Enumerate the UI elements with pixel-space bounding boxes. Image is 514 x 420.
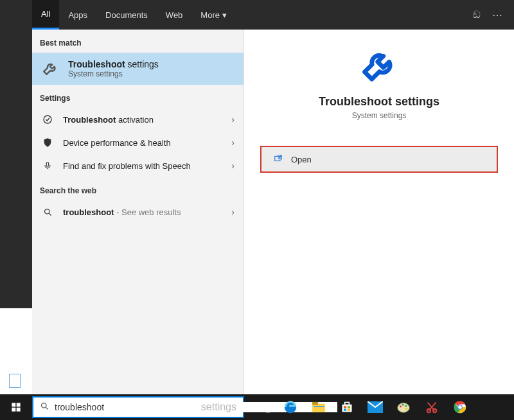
open-button[interactable]: Open bbox=[260, 146, 498, 173]
store-icon[interactable] bbox=[333, 394, 361, 420]
search-icon bbox=[41, 207, 54, 217]
feedback-icon[interactable]: ඞ bbox=[473, 9, 481, 21]
task-view-icon[interactable]: ▭▯ bbox=[248, 394, 276, 420]
edge-icon[interactable] bbox=[276, 394, 305, 420]
taskbar-pinned: ▭▯ bbox=[248, 394, 474, 420]
start-button[interactable] bbox=[0, 394, 32, 420]
settings-item-label: Troubleshoot activation bbox=[63, 115, 154, 125]
wrench-icon bbox=[41, 60, 59, 78]
tab-more-label: More bbox=[200, 10, 220, 20]
svg-rect-1 bbox=[46, 162, 49, 166]
svg-point-8 bbox=[42, 403, 47, 408]
best-match-result[interactable]: Troubleshoot settings System settings bbox=[32, 53, 244, 85]
taskbar-search[interactable]: settings bbox=[32, 396, 244, 418]
settings-item-label: Find and fix problems with Speech bbox=[63, 161, 191, 171]
chevron-right-icon bbox=[231, 137, 235, 148]
detail-title: Troubleshoot settings bbox=[319, 95, 439, 109]
search-results-panel: Best match Troubleshoot settings System … bbox=[32, 30, 244, 394]
check-circle-icon bbox=[41, 114, 54, 125]
section-settings: Settings bbox=[32, 85, 244, 108]
best-match-title: Troubleshoot settings bbox=[68, 59, 159, 69]
web-result[interactable]: troubleshoot - See web results bbox=[32, 200, 244, 223]
settings-item-device-health[interactable]: Device performance & health bbox=[32, 131, 244, 154]
tab-web[interactable]: Web bbox=[157, 0, 192, 30]
svg-rect-10 bbox=[312, 404, 325, 413]
svg-rect-15 bbox=[344, 406, 346, 408]
svg-point-29 bbox=[458, 405, 462, 409]
chrome-icon[interactable] bbox=[446, 394, 474, 420]
chevron-right-icon bbox=[231, 161, 235, 171]
settings-item-speech[interactable]: Find and fix problems with Speech bbox=[32, 154, 244, 177]
svg-point-23 bbox=[405, 405, 407, 407]
best-match-sub: System settings bbox=[68, 69, 159, 78]
shield-icon bbox=[41, 137, 54, 148]
svg-rect-17 bbox=[344, 409, 346, 411]
tab-apps[interactable]: Apps bbox=[59, 0, 96, 30]
svg-rect-14 bbox=[345, 403, 350, 405]
desktop-doc-icon bbox=[9, 374, 21, 388]
paint-icon[interactable] bbox=[389, 394, 418, 420]
open-icon bbox=[273, 154, 283, 165]
file-explorer-icon[interactable] bbox=[305, 394, 333, 420]
svg-rect-18 bbox=[348, 409, 350, 411]
tab-more[interactable]: More ▾ bbox=[191, 0, 236, 30]
settings-item-activation[interactable]: Troubleshoot activation bbox=[32, 108, 244, 131]
section-best-match: Best match bbox=[32, 30, 244, 53]
svg-rect-11 bbox=[312, 402, 318, 405]
svg-point-21 bbox=[400, 406, 402, 408]
svg-rect-4 bbox=[12, 403, 15, 407]
svg-rect-7 bbox=[17, 408, 21, 412]
chevron-down-icon: ▾ bbox=[222, 10, 227, 20]
tab-all[interactable]: All bbox=[32, 0, 59, 30]
mic-icon bbox=[41, 161, 54, 171]
open-label: Open bbox=[291, 155, 312, 164]
settings-item-label: Device performance & health bbox=[63, 138, 171, 148]
svg-rect-12 bbox=[314, 406, 324, 407]
ellipsis-icon[interactable]: ⋯ bbox=[492, 9, 502, 21]
snip-icon[interactable] bbox=[418, 394, 446, 420]
taskbar: settings ▭▯ bbox=[0, 394, 514, 420]
svg-rect-6 bbox=[12, 408, 15, 412]
svg-point-2 bbox=[44, 209, 49, 214]
svg-point-24 bbox=[405, 408, 407, 410]
search-icon bbox=[40, 401, 49, 413]
svg-rect-16 bbox=[348, 406, 350, 408]
svg-rect-5 bbox=[17, 403, 21, 407]
svg-rect-13 bbox=[342, 405, 352, 412]
svg-point-0 bbox=[44, 116, 51, 123]
svg-point-22 bbox=[402, 404, 404, 406]
tab-documents[interactable]: Documents bbox=[96, 0, 157, 30]
search-filter-tabs: All Apps Documents Web More ▾ ඞ ⋯ bbox=[32, 0, 514, 30]
result-detail-pane: Troubleshoot settings System settings Op… bbox=[244, 30, 514, 394]
section-web: Search the web bbox=[32, 177, 244, 200]
chevron-right-icon bbox=[231, 207, 235, 217]
wrench-large-icon bbox=[362, 49, 396, 86]
detail-subtitle: System settings bbox=[352, 111, 407, 120]
chevron-right-icon bbox=[231, 114, 235, 125]
web-result-label: troubleshoot - See web results bbox=[63, 207, 181, 217]
mail-icon[interactable] bbox=[361, 394, 389, 420]
